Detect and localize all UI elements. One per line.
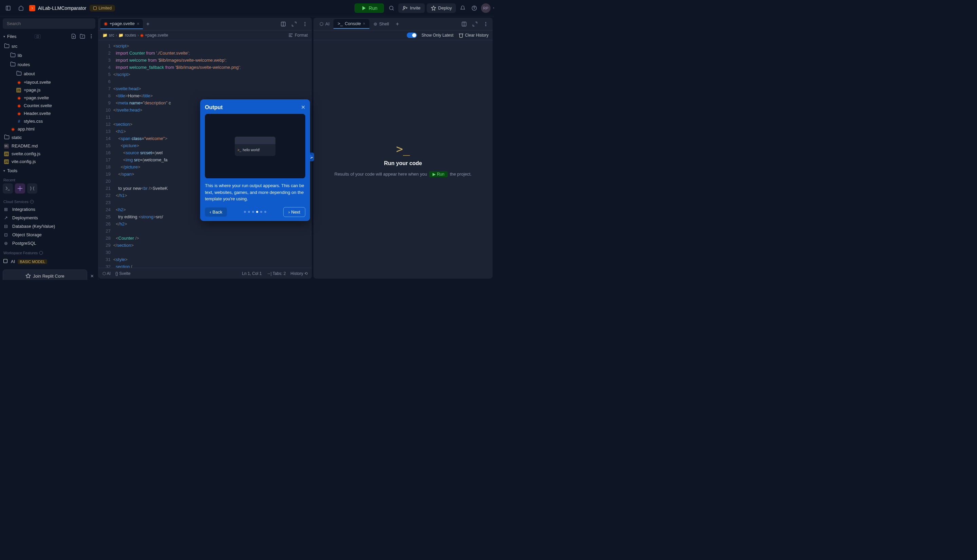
file-tree-item[interactable]: ◉app.html [2, 125, 97, 133]
svelte-icon: ◉ [140, 33, 144, 38]
svg-line-5 [393, 9, 394, 10]
js-icon: JS [16, 88, 22, 93]
file-tree-item[interactable]: M↓README.md [2, 142, 97, 150]
expand-icon[interactable] [289, 19, 299, 29]
chevron-down-icon: ▾ [3, 169, 5, 173]
ai-status[interactable]: ⬡ AI [102, 271, 110, 276]
file-tree-item[interactable]: lib [2, 51, 97, 60]
service-item[interactable]: ⊡Object Storage [2, 230, 97, 239]
files-header[interactable]: ▾ Files ⊡ [0, 31, 98, 42]
svg-rect-2 [94, 7, 97, 10]
shell-tool[interactable] [27, 183, 37, 193]
more-icon[interactable] [300, 19, 310, 29]
ai-icon: ⬡ [319, 22, 323, 27]
add-tab-button[interactable]: + [393, 21, 402, 27]
home-icon[interactable] [16, 3, 26, 13]
svelte-icon: ◉ [16, 80, 22, 85]
js-icon: JS [4, 159, 10, 164]
sidebar-toggle-icon[interactable] [3, 3, 13, 13]
avatar[interactable]: RP▾ [481, 3, 491, 13]
svg-marker-3 [362, 6, 365, 10]
tour-next-button[interactable]: ›Next [283, 207, 305, 217]
editor-tab[interactable]: ◉ +page.svelte × [100, 19, 143, 29]
file-tree-item[interactable]: static [2, 133, 97, 142]
service-item[interactable]: ⊟Database (Key/Value) [2, 222, 97, 230]
run-button[interactable]: Run [354, 3, 384, 13]
deploy-button[interactable]: Deploy [427, 3, 456, 13]
history-button[interactable]: History ⟲ [291, 271, 308, 276]
notifications-icon[interactable] [458, 3, 468, 13]
close-icon[interactable]: ✕ [90, 273, 94, 278]
format-icon [288, 33, 294, 38]
service-item[interactable]: ⊞Integrations [2, 205, 97, 213]
project-title[interactable]: AILab-LLMComparator [29, 5, 86, 11]
folder-icon [10, 52, 16, 58]
more-icon[interactable] [88, 33, 95, 40]
file-tree-item[interactable]: JSvite.config.js [2, 158, 97, 165]
service-item[interactable]: ↗Deployments [2, 213, 97, 222]
file-tree-item[interactable]: about [2, 69, 97, 78]
ai-feature-row[interactable]: AI BASIC MODEL [0, 256, 98, 267]
format-button[interactable]: Format [295, 33, 308, 38]
cursor-position: Ln 1, Col 1 [242, 271, 262, 276]
limited-badge[interactable]: Limited [90, 5, 115, 12]
service-item[interactable]: ⊛PostgreSQL [2, 239, 97, 247]
tour-preview: >_hello world! [205, 114, 305, 178]
new-file-icon[interactable] [70, 33, 77, 40]
ai-model-badge: BASIC MODEL [18, 259, 47, 264]
more-icon[interactable] [481, 19, 491, 29]
split-icon[interactable] [459, 19, 469, 29]
invite-button[interactable]: Invite [398, 3, 424, 13]
file-tree-item[interactable]: ◉+page.svelte [2, 94, 97, 102]
expand-icon[interactable] [470, 19, 480, 29]
css-icon: # [16, 119, 22, 124]
svg-point-25 [305, 24, 305, 24]
add-tab-button[interactable]: + [144, 21, 152, 27]
svg-rect-20 [4, 259, 7, 263]
workspace-features-label: Workspace Features [0, 247, 98, 256]
svg-point-15 [91, 38, 91, 38]
tour-title: Output [205, 104, 222, 110]
svg-point-13 [91, 35, 91, 35]
file-tree-item[interactable]: routes [2, 60, 97, 69]
show-only-latest-toggle[interactable] [407, 33, 417, 38]
tab-console[interactable]: >_Console× [334, 19, 369, 29]
file-tree-item[interactable]: #styles.css [2, 117, 97, 125]
tab-shell[interactable]: ⊚Shell [369, 19, 393, 28]
join-core-button[interactable]: Join Replit Core [3, 270, 87, 280]
deploy-tool[interactable] [15, 183, 25, 193]
close-tab-icon[interactable]: × [137, 21, 139, 27]
search-icon[interactable] [387, 3, 396, 13]
console-empty-desc: Results of your code will appear here wh… [334, 171, 472, 177]
tab-ai[interactable]: ⬡AI [316, 19, 334, 28]
svelte-logo-icon [29, 5, 35, 11]
chevron-down-icon: ▾ [3, 35, 5, 38]
console-tool[interactable] [3, 183, 13, 193]
tour-close-button[interactable]: ✕ [301, 104, 305, 110]
svg-point-19 [39, 251, 43, 255]
files-tag-icon: ⊡ [35, 34, 41, 38]
folder-icon [4, 43, 10, 50]
search-input[interactable] [3, 18, 95, 29]
file-tree-item[interactable]: JS+page.js [2, 86, 97, 94]
file-tree-item[interactable]: ◉Header.svelte [2, 110, 97, 117]
svg-marker-21 [26, 273, 30, 278]
tour-popover: Output ✕ >_hello world! This is where yo… [200, 99, 310, 221]
close-icon[interactable]: × [363, 22, 365, 26]
tools-header[interactable]: ▾ Tools [0, 165, 98, 175]
file-tree-item[interactable]: JSsvelte.config.js [2, 150, 97, 158]
file-tree-item[interactable]: ◉Counter.svelte [2, 102, 97, 110]
svg-point-6 [404, 6, 406, 8]
clear-history-button[interactable]: Clear History [458, 33, 489, 38]
file-tree-item[interactable]: ◉+layout.svelte [2, 78, 97, 86]
tour-back-button[interactable]: ‹Back [205, 207, 227, 217]
language-status[interactable]: {} Svelte [115, 271, 130, 276]
help-icon[interactable] [469, 3, 479, 13]
chevron-down-icon: ▾ [493, 7, 494, 10]
svelte-icon: ◉ [16, 111, 22, 116]
tabs-indicator[interactable]: →| Tabs: 2 [266, 271, 286, 276]
file-tree-item[interactable]: src [2, 42, 97, 51]
split-icon[interactable] [279, 19, 288, 29]
svg-point-24 [305, 22, 305, 22]
new-folder-icon[interactable] [79, 33, 86, 40]
